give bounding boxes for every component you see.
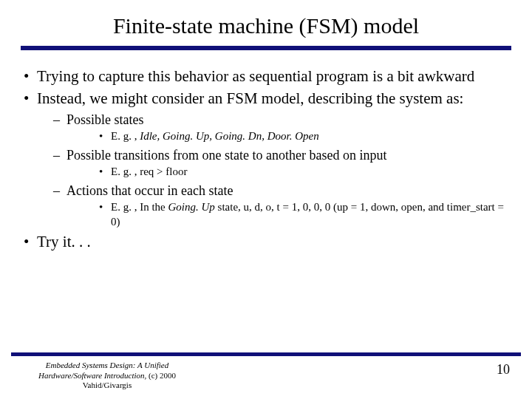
slide: Finite-state machine (FSM) model Trying … — [0, 0, 532, 399]
eg-prefix: E. g. , In the — [111, 201, 168, 213]
title-rule — [21, 46, 511, 50]
sub-sub-list: E. g. , req > floor — [66, 165, 511, 180]
sub-sub-item: E. g. , In the Going. Up state, u, d, o,… — [66, 200, 511, 229]
eg-italic: Going. Up — [168, 201, 214, 213]
bullet-item: Trying to capture this behavior as seque… — [21, 66, 511, 86]
eg-italic: Idle, Going. Up, Going. Dn, Door. Open — [140, 130, 318, 142]
bullet-text: Trying to capture this behavior as seque… — [37, 67, 474, 85]
sub-text: Possible states — [66, 112, 144, 127]
footer-rule — [11, 352, 521, 356]
sub-sub-item: E. g. , Idle, Going. Up, Going. Dn, Door… — [66, 129, 511, 144]
bullet-text: Instead, we might consider an FSM model,… — [37, 89, 463, 107]
bullet-item: Instead, we might consider an FSM model,… — [21, 89, 511, 229]
bullet-list: Trying to capture this behavior as seque… — [21, 66, 511, 251]
sub-item: Actions that occur in each state E. g. ,… — [37, 183, 511, 230]
sub-text: Actions that occur in each state — [66, 183, 233, 198]
eg-text: E. g. , req > floor — [111, 166, 187, 177]
sub-text: Possible transitions from one state to a… — [66, 148, 386, 163]
sub-item: Possible states E. g. , Idle, Going. Up,… — [37, 112, 511, 144]
page-number: 10 — [497, 362, 510, 378]
footer-line1: Embedded Systems Design: A Unified — [46, 361, 168, 369]
eg-prefix: E. g. , — [111, 130, 140, 142]
bullet-text: Try it. . . — [37, 233, 91, 250]
sub-list: Possible states E. g. , Idle, Going. Up,… — [37, 112, 511, 230]
footer-credit: Embedded Systems Design: A Unified Hardw… — [15, 361, 200, 390]
sub-sub-list: E. g. , In the Going. Up state, u, d, o,… — [66, 200, 511, 229]
bullet-item: Try it. . . — [21, 232, 511, 251]
footer-row: Embedded Systems Design: A Unified Hardw… — [0, 361, 532, 390]
sub-sub-list: E. g. , Idle, Going. Up, Going. Dn, Door… — [66, 129, 511, 144]
slide-title: Finite-state machine (FSM) model — [21, 13, 511, 38]
sub-item: Possible transitions from one state to a… — [37, 147, 511, 180]
footer-line2-it: Hardware/Software Introduction, — [38, 371, 146, 380]
footer: Embedded Systems Design: A Unified Hardw… — [0, 352, 532, 399]
sub-sub-item: E. g. , req > floor — [66, 165, 511, 180]
